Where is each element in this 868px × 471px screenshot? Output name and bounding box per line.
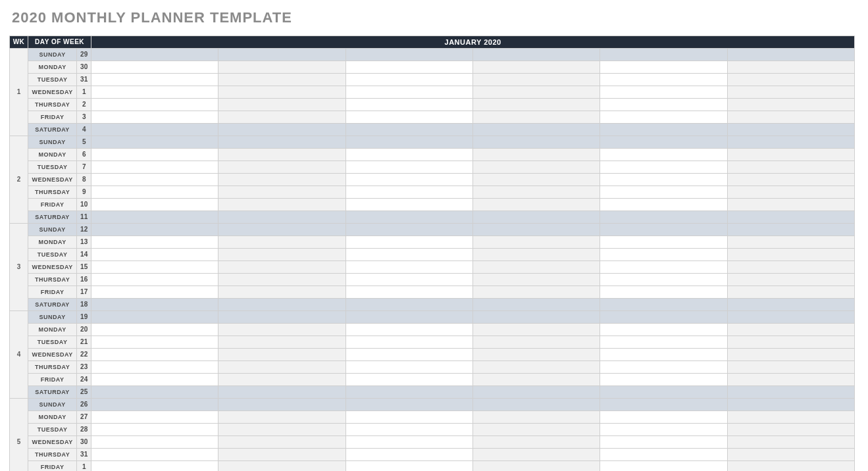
planner-slot[interactable]	[473, 424, 600, 436]
planner-slot[interactable]	[473, 436, 600, 449]
planner-slot[interactable]	[345, 374, 472, 386]
planner-slot[interactable]	[473, 236, 600, 249]
planner-slot[interactable]	[473, 261, 600, 274]
planner-slot[interactable]	[91, 299, 218, 311]
planner-slot[interactable]	[600, 461, 727, 472]
planner-slot[interactable]	[727, 111, 854, 124]
planner-slot[interactable]	[218, 374, 345, 386]
planner-slot[interactable]	[345, 311, 472, 324]
planner-slot[interactable]	[727, 411, 854, 424]
planner-slot[interactable]	[727, 461, 854, 472]
planner-slot[interactable]	[600, 186, 727, 199]
planner-slot[interactable]	[473, 311, 600, 324]
planner-slot[interactable]	[218, 49, 345, 61]
planner-slot[interactable]	[727, 399, 854, 411]
planner-slot[interactable]	[345, 436, 472, 449]
planner-slot[interactable]	[345, 449, 472, 461]
planner-slot[interactable]	[345, 274, 472, 286]
planner-slot[interactable]	[600, 374, 727, 386]
planner-slot[interactable]	[727, 124, 854, 136]
planner-slot[interactable]	[600, 349, 727, 361]
planner-slot[interactable]	[218, 299, 345, 311]
planner-slot[interactable]	[473, 199, 600, 211]
planner-slot[interactable]	[473, 49, 600, 61]
planner-slot[interactable]	[600, 324, 727, 336]
planner-slot[interactable]	[600, 124, 727, 136]
planner-slot[interactable]	[345, 411, 472, 424]
planner-slot[interactable]	[345, 99, 472, 111]
planner-slot[interactable]	[600, 261, 727, 274]
planner-slot[interactable]	[345, 361, 472, 374]
planner-slot[interactable]	[91, 161, 218, 174]
planner-slot[interactable]	[91, 286, 218, 299]
planner-slot[interactable]	[600, 249, 727, 261]
planner-slot[interactable]	[473, 461, 600, 472]
planner-slot[interactable]	[218, 461, 345, 472]
planner-slot[interactable]	[345, 324, 472, 336]
planner-slot[interactable]	[727, 61, 854, 74]
planner-slot[interactable]	[600, 399, 727, 411]
planner-slot[interactable]	[345, 136, 472, 149]
planner-slot[interactable]	[600, 386, 727, 399]
planner-slot[interactable]	[345, 86, 472, 99]
planner-slot[interactable]	[600, 411, 727, 424]
planner-slot[interactable]	[473, 149, 600, 161]
planner-slot[interactable]	[727, 299, 854, 311]
planner-slot[interactable]	[345, 399, 472, 411]
planner-slot[interactable]	[345, 149, 472, 161]
planner-slot[interactable]	[473, 286, 600, 299]
planner-slot[interactable]	[600, 86, 727, 99]
planner-slot[interactable]	[473, 386, 600, 399]
planner-slot[interactable]	[727, 149, 854, 161]
planner-slot[interactable]	[218, 99, 345, 111]
planner-slot[interactable]	[727, 236, 854, 249]
planner-slot[interactable]	[345, 124, 472, 136]
planner-slot[interactable]	[91, 186, 218, 199]
planner-slot[interactable]	[345, 49, 472, 61]
planner-slot[interactable]	[218, 324, 345, 336]
planner-slot[interactable]	[600, 99, 727, 111]
planner-slot[interactable]	[727, 436, 854, 449]
planner-slot[interactable]	[473, 449, 600, 461]
planner-slot[interactable]	[473, 124, 600, 136]
planner-slot[interactable]	[345, 424, 472, 436]
planner-slot[interactable]	[727, 136, 854, 149]
planner-slot[interactable]	[600, 161, 727, 174]
planner-slot[interactable]	[91, 411, 218, 424]
planner-slot[interactable]	[218, 349, 345, 361]
planner-slot[interactable]	[473, 374, 600, 386]
planner-slot[interactable]	[600, 361, 727, 374]
planner-slot[interactable]	[727, 99, 854, 111]
planner-slot[interactable]	[727, 86, 854, 99]
planner-slot[interactable]	[473, 411, 600, 424]
planner-slot[interactable]	[345, 261, 472, 274]
planner-slot[interactable]	[218, 86, 345, 99]
planner-slot[interactable]	[727, 311, 854, 324]
planner-slot[interactable]	[727, 224, 854, 236]
planner-slot[interactable]	[600, 136, 727, 149]
planner-slot[interactable]	[473, 299, 600, 311]
planner-slot[interactable]	[91, 424, 218, 436]
planner-slot[interactable]	[91, 261, 218, 274]
planner-slot[interactable]	[91, 274, 218, 286]
planner-slot[interactable]	[600, 286, 727, 299]
planner-slot[interactable]	[218, 249, 345, 261]
planner-slot[interactable]	[600, 236, 727, 249]
planner-slot[interactable]	[600, 299, 727, 311]
planner-slot[interactable]	[218, 74, 345, 86]
planner-slot[interactable]	[91, 99, 218, 111]
planner-slot[interactable]	[218, 261, 345, 274]
planner-slot[interactable]	[218, 136, 345, 149]
planner-slot[interactable]	[727, 49, 854, 61]
planner-slot[interactable]	[91, 374, 218, 386]
planner-slot[interactable]	[600, 336, 727, 349]
planner-slot[interactable]	[218, 224, 345, 236]
planner-slot[interactable]	[727, 374, 854, 386]
planner-slot[interactable]	[727, 349, 854, 361]
planner-slot[interactable]	[345, 211, 472, 224]
planner-slot[interactable]	[218, 311, 345, 324]
planner-slot[interactable]	[600, 61, 727, 74]
planner-slot[interactable]	[727, 211, 854, 224]
planner-slot[interactable]	[600, 211, 727, 224]
planner-slot[interactable]	[91, 324, 218, 336]
